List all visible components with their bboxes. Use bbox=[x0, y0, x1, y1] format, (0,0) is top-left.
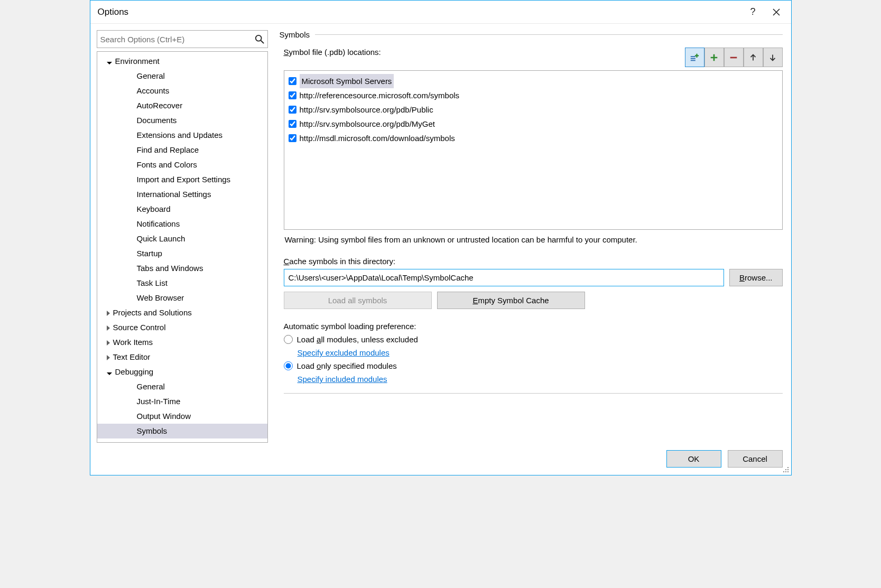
title-bar: Options ? bbox=[90, 1, 791, 24]
tree-item[interactable]: Tabs and Windows bbox=[97, 261, 267, 276]
symbol-location-item[interactable]: http://srv.symbolsource.org/pdb/MyGet bbox=[289, 117, 778, 131]
tree-item[interactable]: Extensions and Updates bbox=[97, 128, 267, 143]
tree-item-label: Extensions and Updates bbox=[137, 130, 223, 139]
tree-item[interactable]: Environment bbox=[97, 54, 267, 69]
tree-item-label: Debugging bbox=[115, 367, 154, 376]
tree-item-label: Tabs and Windows bbox=[137, 264, 203, 273]
tree-item[interactable]: Debugging bbox=[97, 365, 267, 379]
window-title: Options bbox=[98, 7, 129, 17]
move-up-button[interactable] bbox=[744, 48, 763, 67]
tree-item[interactable]: Fonts and Colors bbox=[97, 157, 267, 172]
ok-button[interactable]: OK bbox=[666, 450, 721, 468]
section-title: Symbols bbox=[280, 30, 310, 39]
tree-item[interactable]: Notifications bbox=[97, 217, 267, 231]
radio-load-all-input[interactable] bbox=[284, 335, 293, 344]
tree-item[interactable]: International Settings bbox=[97, 187, 267, 202]
symbol-locations-list[interactable]: Microsoft Symbol Servershttp://reference… bbox=[284, 70, 783, 230]
content-panel: Symbols Symbol file (.pdb) locations: bbox=[272, 24, 791, 443]
chevron-right-icon bbox=[107, 340, 110, 346]
load-all-symbols-button: Load all symbols bbox=[284, 292, 432, 309]
empty-cache-button[interactable]: Empty Symbol Cache bbox=[437, 292, 585, 309]
tree-item-label: Text Editor bbox=[113, 352, 151, 361]
cancel-button[interactable]: Cancel bbox=[728, 450, 783, 468]
help-button[interactable]: ? bbox=[741, 4, 765, 20]
add-button[interactable] bbox=[704, 48, 724, 67]
tree-item[interactable]: Quick Launch bbox=[97, 231, 267, 246]
cache-directory-input[interactable] bbox=[284, 269, 724, 286]
symbol-location-item[interactable]: http://srv.symbolsource.org/pdb/Public bbox=[289, 102, 778, 117]
tree-item[interactable]: Startup bbox=[97, 246, 267, 261]
symbol-location-label: http://srv.symbolsource.org/pdb/MyGet bbox=[300, 117, 435, 131]
move-down-button[interactable] bbox=[763, 48, 783, 67]
tree-item[interactable]: Task List bbox=[97, 276, 267, 291]
svg-rect-3 bbox=[691, 58, 695, 59]
svg-point-0 bbox=[255, 35, 261, 41]
tree-item[interactable]: General bbox=[97, 379, 267, 394]
tree-item[interactable]: Keyboard bbox=[97, 202, 267, 217]
search-icon bbox=[255, 34, 264, 44]
tree-item[interactable]: Source Control bbox=[97, 320, 267, 335]
tree-item-label: Output Window bbox=[137, 412, 191, 421]
symbol-location-checkbox[interactable] bbox=[289, 134, 296, 142]
tree-item[interactable]: Accounts bbox=[97, 83, 267, 98]
options-tree[interactable]: EnvironmentGeneralAccountsAutoRecoverDoc… bbox=[97, 51, 268, 443]
tree-item[interactable]: Documents bbox=[97, 113, 267, 128]
add-server-button[interactable] bbox=[685, 48, 704, 67]
tree-item-label: Quick Launch bbox=[137, 234, 186, 243]
section-header: Symbols bbox=[280, 30, 783, 39]
tree-item[interactable]: Text Editor bbox=[97, 350, 267, 365]
tree-item-label: Find and Replace bbox=[137, 145, 199, 154]
close-button[interactable] bbox=[765, 4, 788, 20]
tree-item[interactable]: Web Browser bbox=[97, 291, 267, 305]
tree-item[interactable]: IntelliTrace bbox=[97, 438, 267, 443]
tree-item[interactable]: Output Window bbox=[97, 409, 267, 424]
tree-item-label: Web Browser bbox=[137, 293, 184, 302]
tree-item-label: Fonts and Colors bbox=[137, 160, 197, 169]
radio-load-all[interactable]: Load all modules, unless excluded bbox=[284, 335, 783, 344]
symbol-location-label: Microsoft Symbol Servers bbox=[300, 74, 394, 88]
symbol-location-label: http://referencesource.microsoft.com/sym… bbox=[300, 88, 460, 102]
tree-item-label: Projects and Solutions bbox=[113, 308, 192, 317]
specify-included-link[interactable]: Specify included modules bbox=[298, 375, 783, 384]
tree-item[interactable]: Work Items bbox=[97, 335, 267, 350]
divider bbox=[284, 393, 783, 394]
tree-item-label: General bbox=[137, 71, 165, 80]
tree-item[interactable]: Find and Replace bbox=[97, 143, 267, 157]
divider bbox=[315, 34, 782, 35]
resize-grip[interactable] bbox=[783, 466, 789, 473]
tree-item[interactable]: AutoRecover bbox=[97, 98, 267, 113]
tree-item-label: Symbols bbox=[137, 426, 168, 435]
symbol-location-item[interactable]: http://referencesource.microsoft.com/sym… bbox=[289, 88, 778, 102]
browse-button[interactable]: Browse... bbox=[729, 269, 783, 286]
search-input[interactable] bbox=[100, 35, 255, 44]
tree-item-label: Work Items bbox=[113, 338, 153, 347]
tree-item[interactable]: Just-In-Time bbox=[97, 394, 267, 409]
tree-item[interactable]: Symbols bbox=[97, 424, 267, 438]
locations-toolbar bbox=[685, 48, 783, 67]
sidebar: EnvironmentGeneralAccountsAutoRecoverDoc… bbox=[90, 24, 272, 443]
symbol-location-checkbox[interactable] bbox=[289, 77, 296, 85]
symbol-location-item[interactable]: http://msdl.microsoft.com/download/symbo… bbox=[289, 131, 778, 145]
radio-load-only-input[interactable] bbox=[284, 361, 293, 370]
radio-load-only[interactable]: Load only specified modules bbox=[284, 361, 783, 370]
symbol-location-item[interactable]: Microsoft Symbol Servers bbox=[289, 74, 778, 88]
svg-rect-2 bbox=[691, 56, 695, 57]
tree-item-label: Documents bbox=[137, 116, 177, 125]
symbol-location-label: http://srv.symbolsource.org/pdb/Public bbox=[300, 102, 433, 117]
tree-item-label: Task List bbox=[137, 278, 168, 287]
chevron-down-icon bbox=[107, 372, 112, 375]
symbol-location-checkbox[interactable] bbox=[289, 91, 296, 99]
symbol-location-checkbox[interactable] bbox=[289, 120, 296, 128]
tree-item-label: Keyboard bbox=[137, 204, 171, 213]
dialog-footer: OK Cancel bbox=[90, 443, 791, 475]
tree-item[interactable]: Import and Export Settings bbox=[97, 172, 267, 187]
search-box[interactable] bbox=[97, 30, 268, 48]
symbol-location-checkbox[interactable] bbox=[289, 106, 296, 114]
specify-excluded-link[interactable]: Specify excluded modules bbox=[298, 348, 783, 357]
tree-item-label: General bbox=[137, 382, 165, 391]
tree-item[interactable]: General bbox=[97, 69, 267, 83]
svg-rect-4 bbox=[691, 60, 695, 61]
remove-button[interactable] bbox=[724, 48, 744, 67]
tree-item[interactable]: Projects and Solutions bbox=[97, 305, 267, 320]
options-dialog: Options ? EnvironmentGeneralAccountsAuto… bbox=[90, 0, 792, 475]
